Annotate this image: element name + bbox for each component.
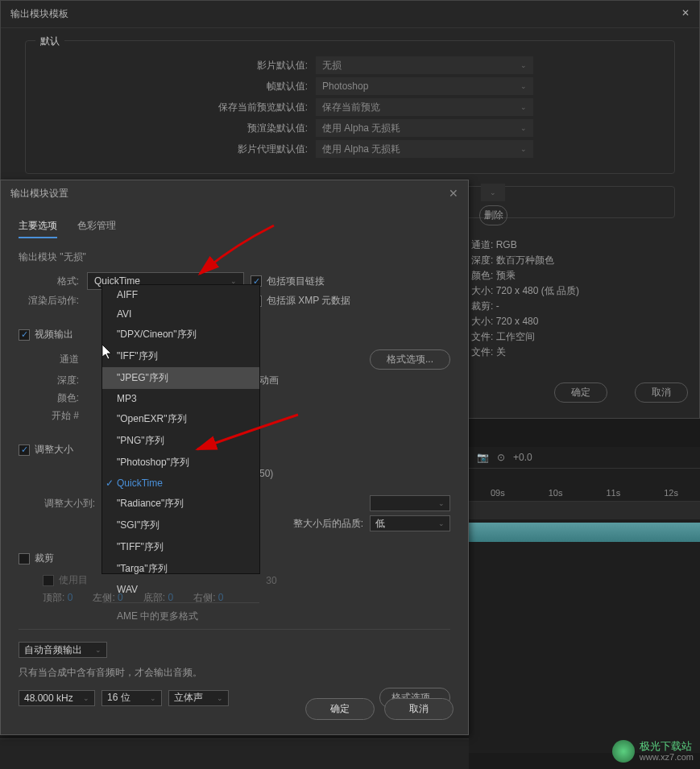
default-select[interactable]: 使用 Alpha 无损耗⌄	[316, 119, 533, 137]
format-dropdown-list: AIFFAVI"DPX/Cineon"序列"IFF"序列"JPEG"序列MP3"…	[101, 284, 260, 574]
audio-bit-select[interactable]: 16 位⌄	[101, 690, 162, 706]
resize-label: 调整大小	[35, 443, 73, 457]
outer-titlebar: 输出模块模板 ✕	[1, 1, 699, 28]
footer-bar	[0, 738, 469, 769]
post-render-label: 渲染后动作:	[19, 294, 87, 308]
dropdown-item[interactable]: WAV	[102, 580, 259, 599]
quality-label: 整大小后的品质:	[293, 517, 363, 531]
crop-checkbox[interactable]	[19, 553, 30, 564]
use-target-checkbox	[43, 575, 54, 586]
audio-rate-select[interactable]: 48.000 kHz⌄	[19, 690, 95, 706]
resize-to-label: 调整大小到:	[43, 497, 103, 511]
outer-cancel-button[interactable]: 取消	[635, 382, 688, 403]
dropdown-item[interactable]: AVI	[102, 304, 259, 324]
dropdown-stub[interactable]: ⌄	[481, 184, 505, 201]
default-row: 影片默认值: 无损⌄	[42, 56, 658, 74]
tab-color[interactable]: 色彩管理	[77, 219, 116, 238]
delete-button[interactable]: 删除	[479, 205, 507, 225]
include-xmp-label: 包括源 XMP 元数据	[267, 294, 350, 308]
default-row: 预渲染默认值: 使用 Alpha 无损耗⌄	[42, 119, 658, 137]
audio-channel-select[interactable]: 立体声⌄	[168, 690, 229, 706]
dropdown-item[interactable]: "Targa"序列	[102, 558, 259, 580]
close-icon[interactable]: ✕	[681, 7, 690, 21]
dropdown-item[interactable]: "TIFF"序列	[102, 536, 259, 558]
inner-title-text: 输出模块设置	[10, 187, 68, 201]
timeline-ruler[interactable]: 09s10s11s12s	[469, 485, 700, 502]
watermark: 极光下载站 www.xz7.com	[612, 740, 694, 763]
watermark-name: 极光下载站	[640, 741, 694, 752]
dropdown-item[interactable]: AIFF	[102, 285, 259, 304]
dropdown-item[interactable]: "DPX/Cineon"序列	[102, 324, 259, 345]
timeline-tick: 12s	[642, 488, 700, 498]
default-row: 保存当前预览默认值: 保存当前预览⌄	[42, 98, 658, 116]
dropdown-item[interactable]: "SGI"序列	[102, 515, 259, 536]
default-label: 影片默认值:	[42, 59, 316, 72]
aperture-icon[interactable]: ⊙	[497, 452, 505, 463]
format-options-button[interactable]: 格式选项...	[370, 349, 450, 370]
dropdown-item[interactable]: "OpenEXR"序列	[102, 408, 259, 430]
defaults-legend: 默认	[35, 35, 64, 48]
include-project-link-label: 包括项目链接	[267, 275, 325, 288]
output-module-settings-dialog: 输出模块设置 ✕ 主要选项 色彩管理 输出模块 "无损" 格式: QuickTi…	[0, 180, 469, 735]
dropdown-item[interactable]: QuickTime	[102, 473, 259, 493]
cancel-button[interactable]: 取消	[384, 698, 454, 720]
outer-ok-button[interactable]: 确定	[554, 382, 607, 403]
default-label: 帧默认值:	[42, 80, 316, 93]
start-label: 开始 #	[43, 409, 87, 423]
format-label: 格式:	[19, 275, 87, 288]
dropdown-item[interactable]: "JPEG"序列	[102, 367, 259, 389]
timeline-tick: 11s	[585, 488, 643, 498]
dropdown-item[interactable]: "Radiance"序列	[102, 493, 259, 515]
inner-titlebar: 输出模块设置 ✕	[1, 180, 468, 207]
dropdown-more-formats[interactable]: AME 中的更多格式	[102, 602, 259, 627]
quality-select[interactable]: 低⌄	[370, 515, 450, 531]
resize-to-select[interactable]: ⌄	[370, 495, 450, 511]
default-row: 帧默认值: Photoshop⌄	[42, 77, 658, 95]
default-label: 影片代理默认值:	[42, 143, 316, 156]
audio-hint: 只有当合成中含有音频时，才会输出音频。	[19, 666, 450, 680]
timeline-tick: 09s	[469, 488, 527, 498]
timeline-panel: 📷 ⊙ +0.0 09s10s11s12s	[469, 447, 700, 753]
tab-main[interactable]: 主要选项	[19, 219, 57, 238]
dropdown-item[interactable]: "IFF"序列	[102, 345, 259, 367]
color-label: 颜色:	[43, 391, 87, 405]
default-select[interactable]: 保存当前预览⌄	[316, 98, 533, 116]
use-target-label: 使用目	[59, 573, 88, 587]
default-label: 预渲染默认值:	[42, 122, 316, 135]
module-name: 输出模块 "无损"	[19, 250, 450, 264]
default-select[interactable]: 使用 Alpha 无损耗⌄	[316, 140, 533, 158]
channel-label: 通道	[43, 353, 87, 366]
default-select[interactable]: 无损⌄	[316, 56, 533, 74]
dropdown-item[interactable]: MP3	[102, 389, 259, 408]
exposure-value: +0.0	[513, 452, 532, 463]
video-output-label: 视频输出	[35, 328, 73, 341]
dropdown-item[interactable]: "Photoshop"序列	[102, 452, 259, 473]
depth-label: 深度:	[43, 374, 87, 387]
crop-label: 裁剪	[35, 552, 54, 565]
info-panel: 通道: RGB 深度: 数百万种颜色 颜色: 预乘 大小: 720 x 480 …	[471, 238, 579, 360]
camera-icon[interactable]: 📷	[477, 452, 489, 463]
default-row: 影片代理默认值: 使用 Alpha 无损耗⌄	[42, 140, 658, 158]
timeline-tick: 10s	[527, 488, 585, 498]
watermark-logo-icon	[612, 740, 635, 763]
close-icon[interactable]: ✕	[449, 187, 458, 201]
video-output-checkbox[interactable]	[19, 329, 30, 341]
tabs: 主要选项 色彩管理	[19, 219, 450, 238]
defaults-fieldset: 默认 影片默认值: 无损⌄帧默认值: Photoshop⌄保存当前预览默认值: …	[25, 40, 675, 174]
timeline-track[interactable]	[469, 523, 700, 542]
default-select[interactable]: Photoshop⌄	[316, 77, 533, 95]
default-label: 保存当前预览默认值:	[42, 101, 316, 114]
resize-checkbox[interactable]	[19, 444, 30, 456]
auto-audio-select[interactable]: 自动音频输出⌄	[19, 642, 107, 658]
ok-button[interactable]: 确定	[305, 698, 375, 720]
outer-title-text: 输出模块模板	[10, 7, 68, 21]
watermark-url: www.xz7.com	[640, 752, 694, 762]
dropdown-item[interactable]: "PNG"序列	[102, 430, 259, 452]
